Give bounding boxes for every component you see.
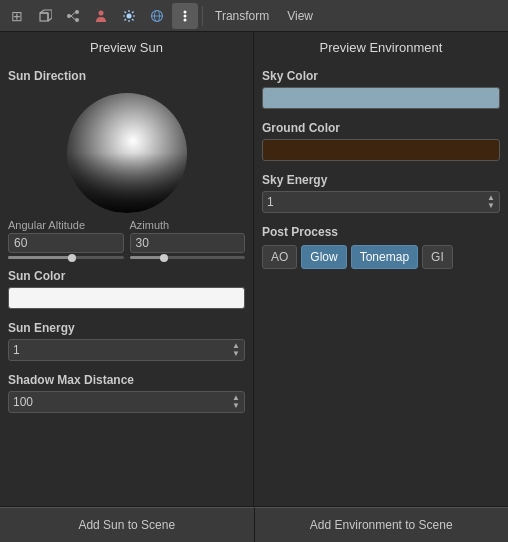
- sky-color-swatch[interactable]: [262, 87, 500, 109]
- node-icon[interactable]: [60, 3, 86, 29]
- angular-altitude-fill: [8, 256, 72, 259]
- toolbar: ⊞: [0, 0, 508, 32]
- pp-gi-button[interactable]: GI: [422, 245, 453, 269]
- grid-icon[interactable]: ⊞: [4, 3, 30, 29]
- sky-energy-label: Sky Energy: [262, 173, 500, 187]
- sky-color-label: Sky Color: [262, 69, 500, 83]
- toolbar-divider: [202, 6, 203, 26]
- azimuth-label: Azimuth: [130, 219, 246, 231]
- sky-energy-value: 1: [267, 195, 487, 209]
- svg-point-4: [75, 10, 79, 14]
- angular-altitude-value[interactable]: 60: [8, 233, 124, 253]
- svg-line-6: [71, 12, 75, 16]
- sun-sphere-container[interactable]: [8, 93, 245, 213]
- svg-line-16: [132, 11, 134, 13]
- ground-color-label: Ground Color: [262, 121, 500, 135]
- sun-energy-label: Sun Energy: [8, 321, 245, 335]
- svg-point-22: [184, 14, 187, 17]
- pp-glow-button[interactable]: Glow: [301, 245, 346, 269]
- sky-energy-down[interactable]: ▼: [487, 202, 495, 210]
- svg-point-23: [184, 18, 187, 21]
- sun-color-label: Sun Color: [8, 269, 245, 283]
- add-buttons-row: Add Sun to Scene Add Environment to Scen…: [0, 506, 508, 542]
- post-process-label: Post Process: [262, 225, 500, 239]
- add-sun-button[interactable]: Add Sun to Scene: [0, 507, 255, 542]
- transform-menu[interactable]: Transform: [207, 6, 277, 26]
- shadow-distance-value: 100: [13, 395, 232, 409]
- sky-energy-arrows[interactable]: ▲ ▼: [487, 194, 495, 210]
- cube-icon[interactable]: [32, 3, 58, 29]
- svg-point-9: [127, 13, 132, 18]
- svg-line-14: [125, 11, 127, 13]
- main-content: Preview Sun Sun Direction Angular Altitu…: [0, 32, 508, 506]
- sun-energy-spinner[interactable]: 1 ▲ ▼: [8, 339, 245, 361]
- sun-rays-icon[interactable]: [116, 3, 142, 29]
- angular-altitude-slider[interactable]: [8, 256, 124, 259]
- azimuth-group: Azimuth 30: [130, 219, 246, 259]
- svg-line-17: [125, 19, 127, 21]
- svg-point-8: [99, 10, 104, 15]
- svg-point-5: [75, 18, 79, 22]
- azimuth-slider[interactable]: [130, 256, 246, 259]
- shadow-distance-spinner[interactable]: 100 ▲ ▼: [8, 391, 245, 413]
- pp-tonemap-button[interactable]: Tonemap: [351, 245, 418, 269]
- dots-vertical-icon[interactable]: [172, 3, 198, 29]
- view-menu[interactable]: View: [279, 6, 321, 26]
- svg-rect-0: [40, 13, 48, 21]
- svg-point-21: [184, 10, 187, 13]
- sky-energy-spinner[interactable]: 1 ▲ ▼: [262, 191, 500, 213]
- azimuth-fill: [130, 256, 165, 259]
- sun-color-swatch[interactable]: [8, 287, 245, 309]
- angular-altitude-label: Angular Altitude: [8, 219, 124, 231]
- angular-altitude-group: Angular Altitude 60: [8, 219, 124, 259]
- altitude-azimuth-row: Angular Altitude 60 Azimuth 30: [8, 219, 245, 259]
- svg-point-3: [67, 14, 71, 18]
- azimuth-value[interactable]: 30: [130, 233, 246, 253]
- add-environment-button[interactable]: Add Environment to Scene: [255, 507, 509, 542]
- sun-direction-sphere[interactable]: [67, 93, 187, 213]
- environment-panel: Preview Environment Sky Color Ground Col…: [254, 32, 508, 506]
- sun-direction-label: Sun Direction: [8, 69, 245, 83]
- sun-panel-title: Preview Sun: [8, 40, 245, 55]
- svg-line-15: [132, 19, 134, 21]
- shadow-distance-arrows[interactable]: ▲ ▼: [232, 394, 240, 410]
- pp-ao-button[interactable]: AO: [262, 245, 297, 269]
- sun-energy-value: 1: [13, 343, 232, 357]
- sun-energy-down[interactable]: ▼: [232, 350, 240, 358]
- sun-panel: Preview Sun Sun Direction Angular Altitu…: [0, 32, 254, 506]
- svg-line-7: [71, 16, 75, 20]
- azimuth-thumb[interactable]: [160, 254, 168, 262]
- shadow-distance-label: Shadow Max Distance: [8, 373, 245, 387]
- angular-altitude-thumb[interactable]: [68, 254, 76, 262]
- sun-energy-arrows[interactable]: ▲ ▼: [232, 342, 240, 358]
- ground-color-swatch[interactable]: [262, 139, 500, 161]
- globe-icon[interactable]: [144, 3, 170, 29]
- person-icon[interactable]: [88, 3, 114, 29]
- environment-panel-title: Preview Environment: [262, 40, 500, 55]
- post-process-buttons: AO Glow Tonemap GI: [262, 245, 500, 269]
- shadow-distance-down[interactable]: ▼: [232, 402, 240, 410]
